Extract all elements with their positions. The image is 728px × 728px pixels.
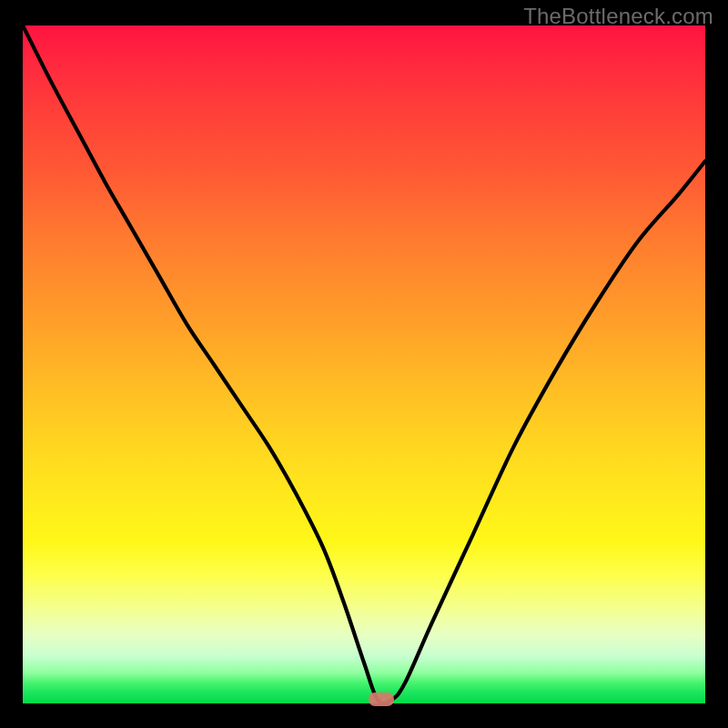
plot-area [23, 25, 705, 703]
bottleneck-curve [23, 25, 705, 703]
chart-frame: TheBottleneck.com [0, 0, 728, 728]
curve-path [23, 25, 705, 703]
optimal-point-marker [369, 693, 394, 706]
